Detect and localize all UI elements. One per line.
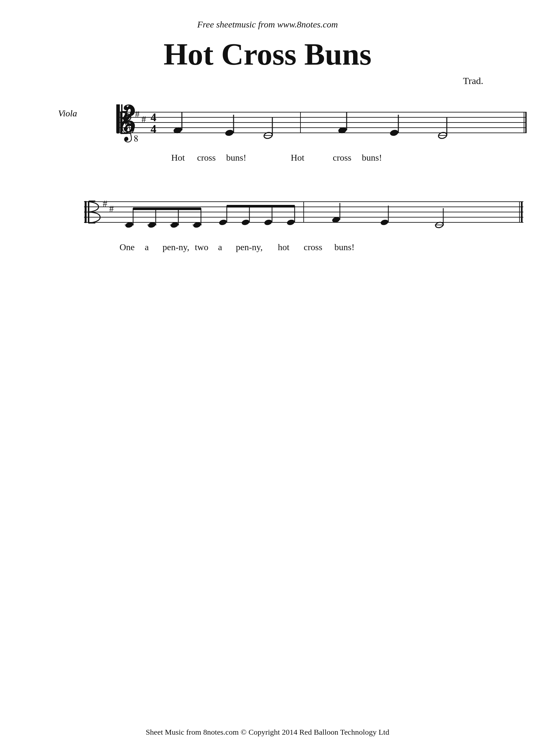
- svg-text:#: #: [135, 109, 140, 119]
- svg-rect-7: [117, 111, 119, 133]
- svg-rect-38: [85, 201, 87, 223]
- lyric-buns-3: buns!: [334, 242, 367, 252]
- staff-1-svg: 𝄡 𝄠 # # 4 4: [77, 99, 530, 151]
- footer-text: Sheet Music from 8notes.com © Copyright …: [0, 728, 535, 737]
- svg-point-58: [241, 219, 250, 226]
- lyric-buns-2: buns!: [362, 153, 401, 163]
- lyric-one: One: [120, 242, 145, 252]
- lyric-cross-3: cross: [304, 242, 334, 252]
- svg-text:#: #: [142, 114, 146, 124]
- svg-point-71: [380, 219, 389, 226]
- lyric-hot-2: Hot: [291, 153, 333, 163]
- lyric-penny-1: pen-ny,: [162, 242, 195, 252]
- svg-point-62: [286, 219, 295, 226]
- lyric-hot-1: Hot: [171, 153, 197, 163]
- page: Free sheetmusic from www.8notes.com Hot …: [0, 0, 535, 756]
- lyrics-1: Hot cross buns! Hot cross buns!: [77, 153, 477, 163]
- svg-point-56: [218, 219, 227, 226]
- staff-2-svg: # #: [45, 189, 530, 241]
- composer-text: Trad.: [26, 75, 483, 86]
- lyric-cross-1: cross: [197, 153, 226, 163]
- system-2: # #: [45, 189, 477, 252]
- svg-text:#: #: [103, 198, 107, 209]
- lyric-two: two: [195, 242, 218, 252]
- svg-point-60: [264, 219, 272, 226]
- lyric-a-2: a: [218, 242, 236, 252]
- lyric-hot-3: hot: [278, 242, 304, 252]
- system-1: Viola 𝄡 𝄠: [77, 99, 477, 163]
- source-text: Free sheetmusic from www.8notes.com: [26, 19, 509, 30]
- svg-text:#: #: [109, 204, 114, 214]
- svg-rect-55: [133, 208, 201, 210]
- lyrics-2: One a pen-ny, two a pen-ny, hot cross bu…: [45, 242, 477, 252]
- instrument-label: Viola: [58, 108, 77, 119]
- svg-text:4: 4: [151, 111, 156, 124]
- score-container: Viola 𝄡 𝄠: [26, 99, 509, 252]
- lyric-a-1: a: [145, 242, 162, 252]
- svg-point-20: [225, 129, 234, 137]
- svg-rect-64: [227, 205, 295, 208]
- svg-point-27: [389, 129, 399, 137]
- lyric-buns-1: buns!: [226, 153, 291, 163]
- lyric-penny-2: pen-ny,: [236, 242, 278, 252]
- svg-text:4: 4: [151, 123, 156, 135]
- page-title: Hot Cross Buns: [26, 36, 509, 72]
- lyric-cross-2: cross: [333, 153, 362, 163]
